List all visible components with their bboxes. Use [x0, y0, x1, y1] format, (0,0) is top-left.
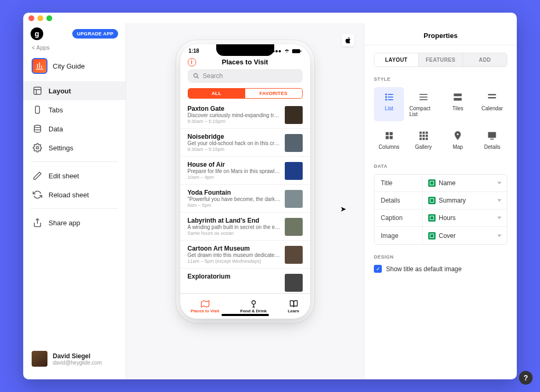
list-item[interactable]: Cartoon Art Museum Get drawn into this m… — [180, 241, 310, 269]
data-row-value: Summary — [439, 197, 466, 204]
style-option-details[interactable]: Details — [477, 126, 507, 154]
style-option-list[interactable]: List — [374, 87, 404, 121]
phone-tabbar: Places to Visit Food & Drink Learn — [180, 293, 310, 319]
list-item[interactable]: Yoda Fountain "Powerful you have become,… — [180, 185, 310, 213]
nav-settings[interactable]: Settings — [23, 138, 126, 157]
svg-point-12 — [252, 301, 255, 304]
data-row-details[interactable]: Details Summary — [374, 192, 507, 209]
data-row-key: Caption — [374, 209, 423, 226]
nav-tabs[interactable]: Tabs — [23, 100, 126, 119]
svg-rect-19 — [419, 94, 427, 95]
style-option-compact-list[interactable]: Compact List — [408, 87, 438, 121]
list-item-caption: 9:30am – 5:15pm! — [188, 119, 281, 124]
tab-food[interactable]: Food & Drink — [240, 300, 267, 313]
style-icon — [417, 130, 430, 141]
data-row-image[interactable]: Image Cover — [374, 227, 507, 244]
current-app-row[interactable]: City Guide — [23, 53, 126, 79]
style-grid: ListCompact ListTilesCalendarColumnsGall… — [374, 87, 507, 154]
edit-sheet-button[interactable]: Edit sheet — [23, 166, 126, 185]
nav-data[interactable]: Data — [23, 119, 126, 138]
sidebar-nav: Layout Tabs Data Settings — [23, 79, 126, 157]
svg-rect-23 — [454, 98, 462, 101]
style-icon — [451, 91, 464, 103]
nav-label: Layout — [49, 87, 71, 95]
data-row-key: Image — [374, 227, 423, 244]
list-item[interactable]: Labyrinth at Land's End A winding path b… — [180, 213, 310, 241]
tab-places[interactable]: Places to Visit — [190, 300, 219, 313]
style-icon — [417, 91, 430, 103]
wifi-icon — [284, 49, 290, 54]
segment-control: ALL FAVORITES — [188, 88, 303, 99]
svg-rect-24 — [488, 94, 496, 95]
svg-rect-14 — [388, 94, 393, 95]
data-row-caption[interactable]: Caption Hours — [374, 209, 507, 227]
style-icon — [383, 130, 396, 141]
style-option-columns[interactable]: Columns — [374, 126, 404, 154]
search-input[interactable]: Search — [188, 69, 303, 83]
list-item-caption: 11am – 5pm (except Wednesdays) — [188, 259, 281, 264]
svg-rect-32 — [426, 132, 428, 134]
list-item-detail: Get drawn into this museum dedicated t..… — [188, 252, 281, 258]
data-row-value-select[interactable]: Name — [423, 179, 507, 187]
data-row-value: Name — [439, 179, 456, 187]
data-row-value-select[interactable]: Summary — [423, 197, 507, 204]
nav-layout[interactable]: Layout — [23, 81, 126, 100]
sheets-icon — [428, 197, 436, 204]
panel-tab-layout[interactable]: LAYOUT — [374, 53, 419, 66]
platform-apple-button[interactable] — [342, 34, 354, 46]
section-style-heading: STYLE — [374, 77, 507, 82]
svg-marker-11 — [201, 301, 209, 307]
layout-icon — [33, 86, 42, 95]
sidebar-divider-2 — [31, 208, 118, 209]
style-option-calendar[interactable]: Calendar — [477, 87, 507, 121]
style-option-map[interactable]: Map — [443, 126, 473, 154]
style-icon — [451, 130, 464, 141]
user-block[interactable]: David Siegel david@heyglide.com — [23, 343, 126, 374]
design-checkbox-row[interactable]: ✓ Show title as default image — [374, 265, 507, 273]
list-item[interactable]: Exploratorium — [180, 269, 310, 293]
svg-rect-26 — [385, 132, 389, 135]
minimize-window-button[interactable] — [37, 15, 43, 21]
segment-all[interactable]: ALL — [188, 89, 245, 98]
style-icon — [486, 91, 498, 103]
reload-sheet-button[interactable]: Reload sheet — [23, 185, 126, 204]
maximize-window-button[interactable] — [46, 15, 52, 21]
upgrade-button[interactable]: UPGRADE APP — [72, 29, 118, 39]
places-list[interactable]: Paxton Gate Discover curiously mind-expa… — [180, 101, 310, 293]
canvas: ➤ 1:18 ●●● i Places to Visit — [126, 23, 364, 379]
data-row-value-select[interactable]: Hours — [423, 214, 507, 222]
back-to-apps-link[interactable]: < Apps — [23, 42, 126, 53]
list-item-detail: Discover curiously mind-expanding trea..… — [188, 112, 281, 118]
list-item-thumbnail — [285, 274, 303, 292]
svg-point-9 — [194, 74, 197, 78]
info-icon[interactable]: i — [188, 58, 196, 66]
svg-point-4 — [34, 125, 41, 128]
share-app-button[interactable]: Share app — [23, 213, 126, 232]
style-option-gallery[interactable]: Gallery — [408, 126, 438, 154]
style-label: Tiles — [452, 106, 464, 111]
svg-rect-30 — [419, 132, 421, 134]
list-item-thumbnail — [285, 134, 303, 152]
checkbox-checked-icon: ✓ — [374, 265, 382, 273]
status-time: 1:18 — [189, 48, 199, 54]
data-row-value-select[interactable]: Cover — [423, 232, 507, 240]
list-item-detail: A winding path built in secret on the ed… — [188, 224, 281, 230]
panel-tab-add[interactable]: ADD — [463, 53, 507, 66]
list-item[interactable]: Paxton Gate Discover curiously mind-expa… — [180, 101, 310, 129]
svg-rect-16 — [388, 97, 393, 98]
tab-learn[interactable]: Learn — [288, 300, 300, 313]
reload-icon — [33, 190, 42, 199]
close-window-button[interactable] — [28, 15, 34, 21]
data-row-key: Title — [374, 175, 423, 192]
nav-label: Tabs — [49, 106, 63, 114]
list-item[interactable]: Noisebridge Get your old-school hack on … — [180, 129, 310, 157]
data-row-title[interactable]: Title Name — [374, 175, 507, 192]
data-row-value: Hours — [439, 214, 456, 222]
segment-favorites[interactable]: FAVORITES — [245, 89, 302, 98]
nav-label: Settings — [49, 144, 73, 152]
list-item[interactable]: House of Air Prepare for life on Mars in… — [180, 157, 310, 185]
panel-tab-features[interactable]: FEATURES — [419, 53, 463, 66]
svg-point-17 — [385, 99, 387, 100]
nav-label: Share app — [49, 219, 80, 227]
style-option-tiles[interactable]: Tiles — [443, 87, 473, 121]
